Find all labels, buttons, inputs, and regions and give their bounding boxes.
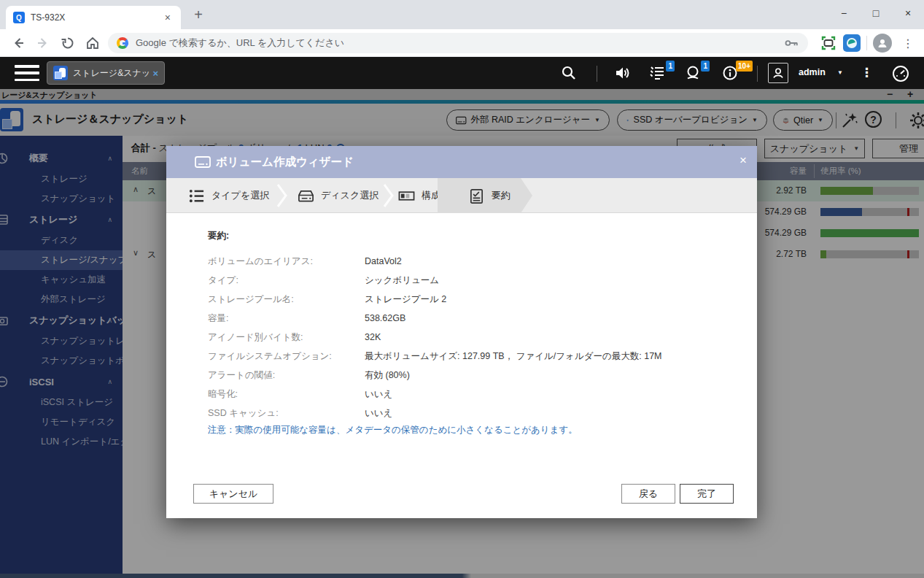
reload-button[interactable] [55, 31, 80, 55]
info-badge: 10+ [736, 61, 753, 72]
qbar-divider [597, 66, 597, 82]
dialog-title: ボリューム作成ウィザード [216, 155, 354, 170]
info-icon[interactable]: 10+ [722, 64, 741, 82]
browser-profile-avatar[interactable] [873, 34, 892, 53]
dialog-body: 要約: ボリュームのエイリアス:DataVol2 タイプ:シックボリューム スト… [208, 230, 733, 436]
field-value: 32K [365, 332, 381, 342]
field-value: ストレージプール 2 [365, 293, 446, 306]
admin-caret-icon: ▼ [837, 69, 843, 76]
finish-button[interactable]: 完了 [680, 484, 734, 504]
window-maximize-button[interactable]: □ [860, 0, 892, 26]
volume-wizard-dialog: ボリューム作成ウィザード × タイプを選択 ディスク選択 [166, 146, 757, 518]
toolbar-divider [866, 36, 867, 50]
app-task-tab-label: ストレージ&スナッ... [73, 67, 150, 80]
window-controls: − □ × [828, 0, 924, 29]
field-row: タイプ:シックボリューム [208, 271, 733, 290]
tab-close-icon[interactable]: × [162, 12, 174, 23]
field-value: いいえ [365, 407, 392, 420]
field-row: ファイルシステムオプション:最大ボリュームサイズ: 127.99 TB， ファイ… [208, 347, 733, 366]
field-label: ストレージプール名: [208, 293, 365, 306]
tab-title: TS-932X [31, 12, 162, 23]
step-label: ディスク選択 [321, 189, 378, 202]
field-label: 暗号化: [208, 388, 365, 401]
field-value: いいえ [365, 388, 392, 401]
disk-icon [298, 188, 314, 204]
volume-icon[interactable] [614, 64, 633, 82]
home-button[interactable] [80, 31, 105, 55]
screenshot-extension-icon[interactable] [820, 34, 837, 52]
admin-menu[interactable]: admin [799, 67, 826, 77]
capacity-note: 注意：実際の使用可能な容量は、メタデータの保管のために小さくなることがあります。 [208, 424, 733, 436]
storage-app-icon [53, 66, 68, 80]
field-label: ファイルシステムオプション: [208, 350, 365, 363]
step-label: 要約 [492, 189, 510, 202]
new-tab-button[interactable]: + [188, 4, 209, 25]
field-row: ストレージプール名:ストレージプール 2 [208, 290, 733, 309]
dialog-header: ボリューム作成ウィザード × [166, 146, 757, 178]
field-value: DataVol2 [365, 256, 402, 266]
field-value: 538.62GB [365, 313, 405, 323]
step-select-type[interactable]: タイプを選択 [188, 178, 269, 213]
resource-monitor-icon[interactable] [891, 64, 910, 82]
app-task-tab[interactable]: ストレージ&スナッ... × [47, 61, 165, 85]
main-menu-icon[interactable] [15, 65, 39, 81]
more-options-icon[interactable]: ⋮ [861, 65, 873, 80]
back-button[interactable] [6, 31, 31, 55]
step-label: タイプを選択 [211, 189, 269, 202]
wizard-steps: タイプを選択 ディスク選択 構成 [166, 178, 757, 213]
key-icon[interactable] [783, 35, 799, 51]
field-row: アイノード別バイト数:32K [208, 328, 733, 347]
summary-heading: 要約: [208, 230, 733, 242]
extensions-area: ⋮ [820, 32, 918, 54]
list-icon [188, 188, 205, 204]
field-label: アイノード別バイト数: [208, 331, 365, 344]
partition-icon [398, 188, 415, 204]
step-configure[interactable]: 構成 [398, 178, 440, 213]
app-task-tab-close-icon[interactable]: × [152, 68, 158, 79]
qnap-desktop-bar: ストレージ&スナッ... × 1 1 10+ admin ▼ ⋮ [0, 57, 924, 89]
forward-button[interactable] [31, 31, 55, 55]
back-step-button[interactable]: 戻る [621, 484, 675, 504]
browser-tabstrip: Q TS-932X × + − □ × [0, 0, 924, 29]
window-close-button[interactable]: × [892, 0, 924, 26]
field-row: SSD キャッシュ:いいえ [208, 404, 733, 423]
url-placeholder: Google で検索するか、URL を入力してください [136, 36, 783, 50]
field-value: 有効 (80%) [365, 369, 410, 382]
field-row: アラートの閾値:有効 (80%) [208, 366, 733, 385]
window-minimize-button[interactable]: − [828, 0, 860, 26]
screen: Q TS-932X × + − □ × Google で検索するか、URL を入… [0, 0, 924, 578]
step-select-disks[interactable]: ディスク選択 [298, 178, 378, 213]
field-row: ボリュームのエイリアス:DataVol2 [208, 252, 733, 271]
field-row: 容量:538.62GB [208, 309, 733, 328]
alerts-badge: 1 [701, 61, 710, 72]
background-tasks-icon[interactable]: 1 [649, 64, 668, 82]
google-icon [117, 37, 128, 49]
field-label: ボリュームのエイリアス: [208, 255, 365, 268]
cancel-button[interactable]: キャンセル [193, 484, 273, 504]
search-icon[interactable] [560, 64, 579, 82]
browser-tab[interactable]: Q TS-932X × [6, 6, 181, 29]
qnap-favicon-icon: Q [13, 12, 25, 23]
url-bar[interactable]: Google で検索するか、URL を入力してください [108, 33, 808, 53]
step-separator-icon [276, 182, 289, 209]
browser-extension-icon[interactable] [843, 34, 861, 52]
qbar-divider-2 [757, 66, 758, 82]
field-label: 容量: [208, 312, 365, 325]
tasks-badge: 1 [666, 61, 675, 72]
dialog-close-icon[interactable]: × [739, 153, 747, 168]
browser-menu-icon[interactable]: ⋮ [898, 36, 918, 50]
volume-icon [194, 153, 211, 171]
step-separator-icon [382, 182, 395, 209]
field-label: タイプ: [208, 274, 365, 287]
field-value: 最大ボリュームサイズ: 127.99 TB， ファイル/フォルダーの最大数: 1… [365, 350, 662, 363]
clipboard-check-icon [468, 188, 485, 204]
field-value: シックボリューム [365, 274, 439, 287]
field-row: 暗号化:いいえ [208, 385, 733, 404]
device-notifications-icon[interactable]: 1 [684, 64, 703, 82]
field-label: アラートの閾値: [208, 369, 365, 382]
step-summary-active[interactable]: 要約 [438, 178, 532, 213]
field-label: SSD キャッシュ: [208, 407, 365, 420]
user-avatar-icon[interactable] [768, 63, 788, 83]
